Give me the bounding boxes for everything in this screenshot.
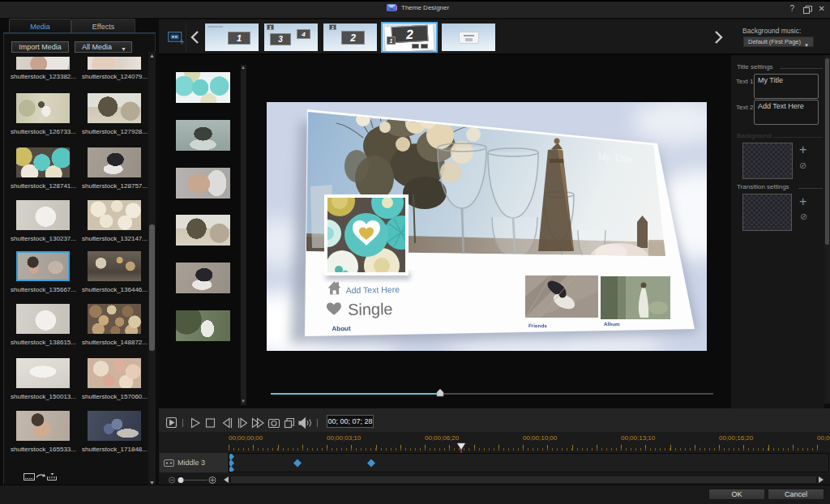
svg-text:About: About	[332, 325, 351, 332]
svg-text:Add Text Here: Add Text Here	[346, 284, 400, 295]
svg-text:Single: Single	[348, 300, 393, 318]
svg-text:Friends: Friends	[528, 322, 547, 328]
svg-text:Album: Album	[604, 321, 620, 327]
